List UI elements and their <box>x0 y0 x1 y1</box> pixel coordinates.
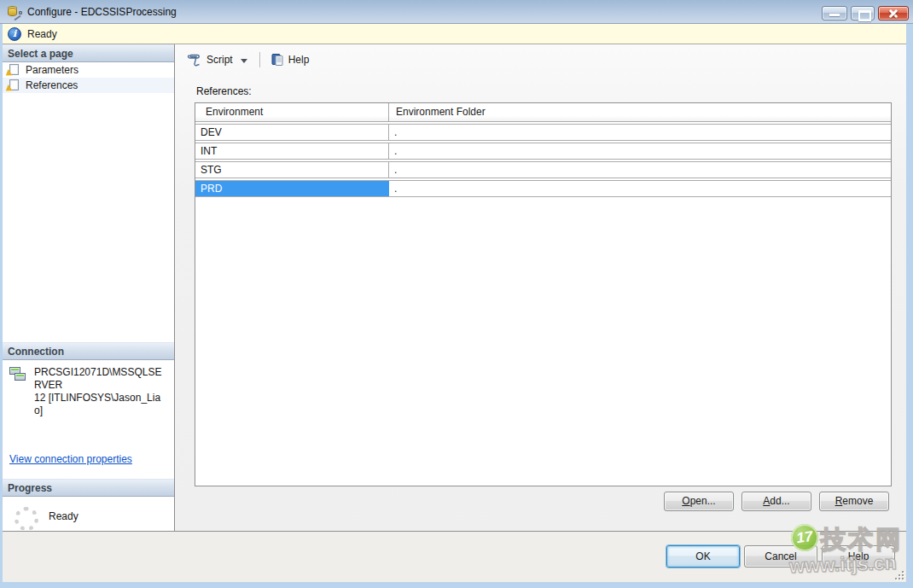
progress-status-text: Ready <box>49 507 79 522</box>
table-row[interactable]: DEV . <box>195 124 891 141</box>
add-button[interactable]: Add... <box>741 492 811 511</box>
script-button[interactable]: Script <box>182 50 254 69</box>
toolbar-separator <box>259 52 260 67</box>
maximize-button[interactable] <box>851 6 875 20</box>
table-row[interactable]: STG . <box>195 161 891 178</box>
sidebar-item-label: Parameters <box>26 64 79 76</box>
cell-folder[interactable]: . <box>389 143 891 159</box>
toolbar: Script Help <box>182 49 314 70</box>
table-row[interactable]: INT . <box>195 143 891 160</box>
help-book-icon <box>270 53 284 67</box>
dialog-status-bar: Ready <box>3 24 906 44</box>
table-header-row: Environment Environment Folder <box>195 103 891 122</box>
remove-button[interactable]: Remove <box>819 492 889 511</box>
window-title: Configure - EDCSSISProcessing <box>27 6 177 18</box>
open-button[interactable]: Open... <box>664 492 734 511</box>
ok-button[interactable]: OK <box>666 545 740 568</box>
sidebar-item-parameters[interactable]: Parameters <box>3 62 174 78</box>
script-button-label: Script <box>206 54 233 66</box>
server-connection-icon <box>9 366 28 383</box>
cell-folder[interactable]: . <box>389 162 891 178</box>
sidebar: Select a page Parameters References Conn… <box>3 44 175 531</box>
main-panel: Script Help References: <box>175 44 906 531</box>
column-header-environment-folder[interactable]: Environment Folder <box>389 103 891 121</box>
references-table[interactable]: Environment Environment Folder DEV . INT… <box>195 102 892 486</box>
table-row-selected[interactable]: PRD . <box>195 180 891 197</box>
script-dropdown-arrow-icon[interactable] <box>241 59 247 63</box>
minimize-button[interactable] <box>822 6 847 20</box>
references-label: References: <box>196 85 252 97</box>
footer-bar: OK Cancel Help <box>3 531 906 582</box>
configure-dialog-window: Configure - EDCSSISProcessing Ready Sele… <box>0 0 913 588</box>
connection-server-text: PRCSGI12071D\MSSQLSERVER 12 [ITLINFOSYS\… <box>34 366 169 417</box>
page-icon <box>8 64 20 76</box>
help-button[interactable]: Help <box>822 545 895 568</box>
script-scroll-icon <box>187 53 202 67</box>
connection-header: Connection <box>3 342 174 360</box>
cell-environment[interactable]: STG <box>195 162 389 178</box>
progress-header: Progress <box>3 479 174 497</box>
help-button-toolbar[interactable]: Help <box>265 50 315 69</box>
cell-environment[interactable]: DEV <box>195 125 389 140</box>
cell-environment[interactable]: INT <box>195 143 389 159</box>
close-button[interactable] <box>878 6 909 20</box>
status-text: Ready <box>27 28 57 40</box>
column-header-environment[interactable]: Environment <box>195 103 389 121</box>
title-bar[interactable]: Configure - EDCSSISProcessing <box>0 0 913 24</box>
help-button-toolbar-label: Help <box>288 54 310 66</box>
resize-grip[interactable] <box>893 569 904 579</box>
cancel-button[interactable]: Cancel <box>744 545 817 568</box>
sidebar-item-label: References <box>26 79 78 91</box>
cell-folder[interactable]: . <box>389 125 891 140</box>
page-icon <box>8 79 20 91</box>
configure-database-icon <box>7 5 21 19</box>
sidebar-item-references[interactable]: References <box>3 78 174 93</box>
cell-folder[interactable]: . <box>389 181 891 196</box>
progress-spinner-icon <box>15 507 38 531</box>
info-icon <box>8 27 21 41</box>
select-a-page-header: Select a page <box>3 44 174 62</box>
view-connection-properties-link[interactable]: View connection properties <box>9 453 132 465</box>
cell-environment[interactable]: PRD <box>195 181 389 196</box>
